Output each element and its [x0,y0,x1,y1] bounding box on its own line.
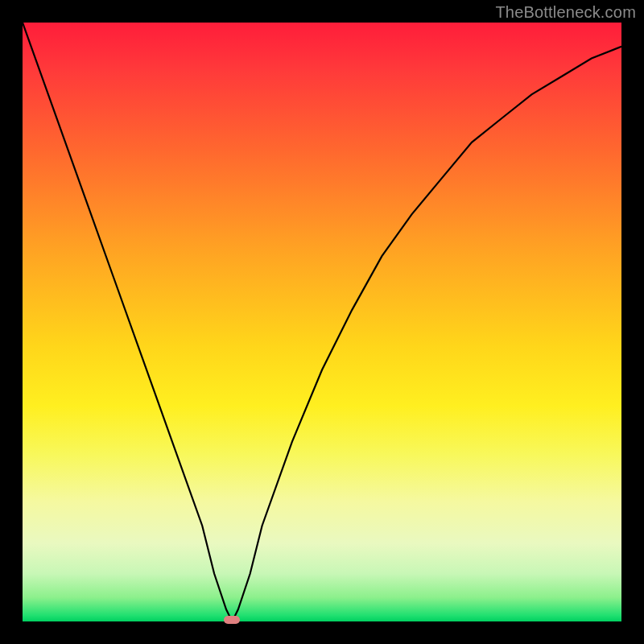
chart-curve [23,23,621,621]
watermark-text: TheBottleneck.com [495,3,636,22]
chart-minimum-marker [224,616,240,624]
chart-curve-path [23,23,621,621]
chart-frame: TheBottleneck.com [0,0,644,644]
chart-plot-area [23,23,621,621]
